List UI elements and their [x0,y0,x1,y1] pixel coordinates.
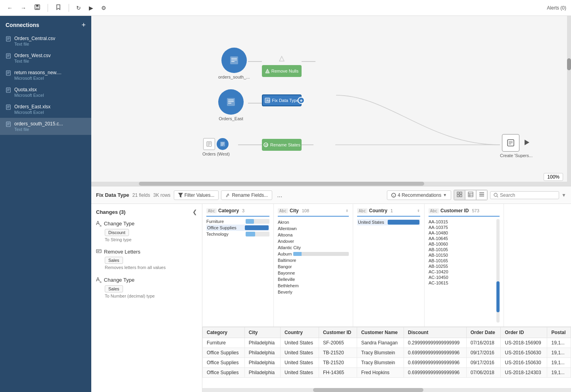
refresh-button[interactable]: ↻ [74,3,83,13]
city-value-altoona[interactable]: Altoona [278,232,349,238]
source-node-icon-east [218,89,244,115]
grid-view-button[interactable] [454,190,465,200]
cid-ac10450[interactable]: AC-10450 [429,275,495,280]
canvas-h-scrollbar-thumb[interactable] [139,182,424,186]
cid-ab10150[interactable]: AB-10150 [429,252,495,258]
zoom-level: 100% [544,173,563,181]
node-rename-states[interactable]: @ Rename States [262,139,302,151]
cid-aa10315[interactable]: AA-10315 [429,219,495,225]
table-row[interactable]: Office Supplies Philadelphia United Stat… [203,368,571,378]
cid-ab10060[interactable]: AB-10060 [429,241,495,247]
changes-collapse-button[interactable]: ❮ [192,209,197,215]
fix-data-type-box[interactable]: Aa Fix Data Type + [262,94,302,106]
node-orders-south[interactable]: orders_south_... [218,48,250,79]
gender-icon-city: ♀ [345,208,349,213]
table-area[interactable]: Category City Country Customer ID Custom… [202,327,571,388]
canvas-horizontal-scrollbar[interactable] [91,182,567,186]
change-tag-2[interactable]: Sales [105,257,123,264]
rename-fields-button[interactable]: Rename Fields... [221,190,272,200]
play-button[interactable]: ▶ [87,3,96,13]
city-value-belleville[interactable]: Belleville [278,276,349,282]
table-scrollbar-thumb[interactable] [313,388,424,392]
table-view-button[interactable] [465,190,476,200]
cid-ab10105[interactable]: AB-10105 [429,247,495,252]
recommendations-button[interactable]: ! 4 Recommendations ▼ [387,190,451,200]
th-order-date[interactable]: Order Date [466,327,501,338]
sidebar-item-return-reasons[interactable]: return reasons_new.... Microsoft Excel [0,67,91,84]
value-bar-wrap-us [388,220,419,225]
th-category[interactable]: Category [203,327,245,338]
table-row[interactable]: Office Supplies Philadelphia United Stat… [203,358,571,368]
city-value-beverly[interactable]: Beverly [278,289,349,295]
cid-aa10480[interactable]: AA-10480 [429,230,495,236]
sidebar-item-quota[interactable]: Quota.xlsx Microsoft Excel [0,84,91,101]
city-values-list[interactable]: Akron Allentown Altoona Andover Atlantic… [278,219,349,323]
city-value-baltimore[interactable]: Baltimore [278,257,349,263]
back-button[interactable]: ← [5,3,15,13]
city-value-allentown[interactable]: Allentown [278,225,349,232]
play-output-button[interactable] [523,138,531,148]
search-expand-button[interactable]: ▼ [561,192,566,198]
th-city[interactable]: City [244,327,280,338]
sidebar-item-orders-east[interactable]: Orders_East.xlsx Microsoft Excel [0,101,91,118]
table-row[interactable]: Office Supplies Philadelphia United Stat… [203,348,571,358]
th-customer-id[interactable]: Customer ID [319,327,357,338]
top-toolbar: ← → ↻ ▶ ⚙ Alerts (0) [0,0,571,16]
customer-id-scroll-thumb[interactable] [496,281,500,312]
profile-value-furniture[interactable]: Furniture [206,219,269,224]
city-value-atlantic-city[interactable]: Atlantic City [278,244,349,251]
cid-aa10645[interactable]: AA-10645 [429,236,495,241]
sidebar-item-orders-west[interactable]: Orders_West.csv Text file [0,50,91,67]
cid-ab10255[interactable]: AB-10255 [429,263,495,269]
canvas-vertical-scrollbar[interactable] [567,16,571,186]
add-connection-button[interactable]: + [81,21,86,29]
settings-button[interactable]: ⚙ [99,3,109,13]
table-horizontal-scrollbar[interactable] [202,388,571,392]
city-value-auburn[interactable]: Auburn [278,251,349,257]
cid-aa10375[interactable]: AA-10375 [429,225,495,230]
th-postal[interactable]: Postal [547,327,571,338]
cid-ab10165[interactable]: AB-10165 [429,258,495,263]
flow-canvas[interactable]: orders_south_... Remove Nulls Orders_Eas… [91,16,571,186]
city-value-bayonne[interactable]: Bayonne [278,270,349,276]
city-value-bethlehem[interactable]: Bethlehem [278,282,349,289]
customer-id-values[interactable]: AA-10315 AA-10375 AA-10480 AA-10645 AB-1… [429,219,500,323]
changes-header: Changes (3) ❮ [96,209,197,215]
sidebar-item-orders-south[interactable]: orders_south_2015.c... Text file [0,118,91,135]
change-tag-1[interactable]: Discount [105,229,129,236]
th-order-id[interactable]: Order ID [501,327,547,338]
filter-values-button[interactable]: Filter Values... [174,190,219,200]
sidebar-item-orders-central[interactable]: Orders_Central.csv Text file [0,33,91,50]
list-view-button[interactable] [476,190,487,200]
profile-value-united-states[interactable]: United States [357,219,420,225]
profile-value-office-supplies[interactable]: Office Supplies [206,225,269,231]
value-bar-wrap-3 [246,232,269,236]
profile-value-technology[interactable]: Technology [206,232,269,236]
cid-ac10615[interactable]: AC-10615 [429,280,495,286]
th-country[interactable]: Country [280,327,319,338]
filter-node-box[interactable]: Remove Nulls [262,65,302,77]
city-value-akron[interactable]: Akron [278,219,349,225]
city-value-bangor[interactable]: Bangor [278,263,349,270]
forward-button[interactable]: → [18,3,29,13]
save-button[interactable] [32,2,43,13]
th-customer-name[interactable]: Customer Name [357,327,404,338]
node-create-supers[interactable]: Create 'Supers... [500,134,533,158]
customer-id-scrollbar[interactable] [496,219,500,323]
more-options-button[interactable]: ... [275,191,285,200]
canvas-scrollbar-thumb[interactable] [567,58,571,70]
td-city: Philadelphia [244,368,280,378]
th-discount[interactable]: Discount [404,327,467,338]
node-orders-west[interactable]: Orders (West) [202,138,230,156]
change-tag-3[interactable]: Sales [105,285,123,292]
node-fix-data-type[interactable]: Aa Fix Data Type + [262,94,302,106]
table-row[interactable]: Furniture Philadelphia United States SF-… [203,338,571,348]
node-orders-east[interactable]: Orders_East [218,89,244,121]
cid-ac10420[interactable]: AC-10420 [429,269,495,275]
city-value-andover[interactable]: Andover [278,238,349,244]
rename-states-box[interactable]: @ Rename States [262,139,302,151]
bookmark-button[interactable] [53,2,64,13]
panel-toolbar: Filter Values... Rename Fields... ... [174,190,285,200]
search-input[interactable] [500,192,556,198]
node-remove-nulls[interactable]: Remove Nulls [262,56,302,77]
